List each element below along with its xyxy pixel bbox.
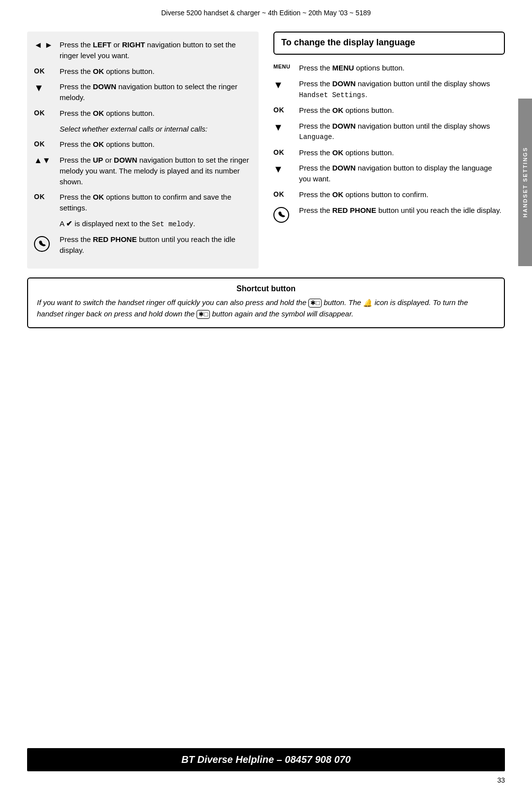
list-item: ▼ Press the DOWN navigation button until… xyxy=(273,121,505,142)
phone-button-icon xyxy=(273,205,299,223)
empty-icon xyxy=(34,124,60,125)
footer-helpline-bar: BT Diverse Helpline – 08457 908 070 xyxy=(27,748,505,771)
list-item: OK Press the OK options button to confir… xyxy=(273,189,505,200)
shortcut-box: Shortcut button If you want to switch th… xyxy=(27,277,505,329)
phone-button-icon xyxy=(34,234,60,252)
list-item: MENU Press the MENU options button. xyxy=(273,63,505,73)
instruction-text: Press the UP or DOWN navigation button t… xyxy=(60,155,252,187)
list-item: Press the RED PHONE button until you rea… xyxy=(273,205,505,223)
header-text: Diverse 5200 handset & charger ~ 4th Edi… xyxy=(161,9,371,17)
instruction-text: Press the DOWN navigation button until t… xyxy=(299,121,505,142)
list-item: ▼ Press the DOWN navigation button to di… xyxy=(273,163,505,184)
list-item: ▼ Press the DOWN navigation button to se… xyxy=(34,81,252,103)
instruction-text: Press the OK options button. xyxy=(299,105,505,116)
list-item: OK Press the OK options button. xyxy=(34,66,252,77)
star-button-icon: ✱□ xyxy=(197,310,210,319)
shortcut-body: If you want to switch the handset ringer… xyxy=(37,297,495,320)
instruction-text: Press the DOWN navigation button to sele… xyxy=(60,81,252,103)
down-arrow-icon: ▼ xyxy=(273,78,299,91)
down-arrow-icon: ▼ xyxy=(273,163,299,175)
left-column: ◄ ► Press the LEFT or RIGHT navigation b… xyxy=(27,32,259,269)
section-title: To change the display language xyxy=(281,37,497,48)
list-item: OK Press the OK options button to confir… xyxy=(34,192,252,213)
list-item: ▼ Press the DOWN navigation button until… xyxy=(273,78,505,100)
page-wrapper: Diverse 5200 handset & charger ~ 4th Edi… xyxy=(0,0,532,791)
instruction-text: A ✔ is displayed next to the Set melody. xyxy=(60,218,252,229)
down-arrow-icon: ▼ xyxy=(34,81,60,94)
empty-icon xyxy=(34,218,60,219)
section-title-box: To change the display language xyxy=(273,32,505,55)
ok-icon: OK xyxy=(34,108,60,117)
list-item: ▲▼ Press the UP or DOWN navigation butto… xyxy=(34,155,252,187)
instruction-text: Press the OK options button. xyxy=(60,139,252,150)
ok-icon: OK xyxy=(273,147,299,156)
ok-icon: OK xyxy=(34,192,60,201)
ok-icon: OK xyxy=(273,189,299,198)
right-column: To change the display language MENU Pres… xyxy=(273,32,505,269)
page-header: Diverse 5200 handset & charger ~ 4th Edi… xyxy=(0,0,532,22)
instruction-text: Press the OK options button. xyxy=(60,108,252,119)
list-item: A ✔ is displayed next to the Set melody. xyxy=(34,218,252,229)
down-arrow-icon: ▼ xyxy=(273,121,299,133)
ok-icon: OK xyxy=(34,66,60,75)
list-item: ◄ ► Press the LEFT or RIGHT navigation b… xyxy=(34,39,252,61)
list-item: Select whether external calls or interna… xyxy=(34,124,252,135)
page-number: 33 xyxy=(497,776,505,784)
instruction-text: Select whether external calls or interna… xyxy=(60,124,252,135)
menu-icon: MENU xyxy=(273,63,299,69)
helpline-text: BT Diverse Helpline – 08457 908 070 xyxy=(181,754,351,765)
list-item: Press the RED PHONE button until you rea… xyxy=(34,234,252,256)
lr-arrows-icon: ◄ ► xyxy=(34,39,60,50)
instruction-text: Press the RED PHONE button until you rea… xyxy=(299,205,505,216)
shortcut-title: Shortcut button xyxy=(37,284,495,293)
ok-icon: OK xyxy=(34,139,60,148)
star-button-icon: ✱□ xyxy=(308,299,322,308)
list-item: OK Press the OK options button. xyxy=(273,105,505,116)
instruction-text: Press the MENU options button. xyxy=(299,63,505,73)
bell-icon: 🔔 xyxy=(363,298,372,307)
list-item: OK Press the OK options button. xyxy=(273,147,505,158)
instruction-text: Press the OK options button to confirm. xyxy=(299,189,505,200)
instruction-text: Press the OK options button. xyxy=(60,66,252,77)
instruction-text: Press the OK options button to confirm a… xyxy=(60,192,252,213)
left-bg-box: ◄ ► Press the LEFT or RIGHT navigation b… xyxy=(27,32,259,269)
instruction-text: Press the OK options button. xyxy=(299,147,505,158)
side-tab-label: Handset Settings xyxy=(522,147,528,217)
list-item: OK Press the OK options button. xyxy=(34,108,252,119)
content-area: ◄ ► Press the LEFT or RIGHT navigation b… xyxy=(0,22,532,269)
instruction-text: Press the DOWN navigation button to disp… xyxy=(299,163,505,184)
ok-icon: OK xyxy=(273,105,299,114)
instruction-text: Press the DOWN navigation button until t… xyxy=(299,78,505,100)
instruction-text: Press the LEFT or RIGHT navigation butto… xyxy=(60,39,252,61)
updown-arrows-icon: ▲▼ xyxy=(34,155,60,166)
side-tab: Handset Settings xyxy=(518,99,532,266)
list-item: OK Press the OK options button. xyxy=(34,139,252,150)
instruction-text: Press the RED PHONE button until you rea… xyxy=(60,234,252,256)
